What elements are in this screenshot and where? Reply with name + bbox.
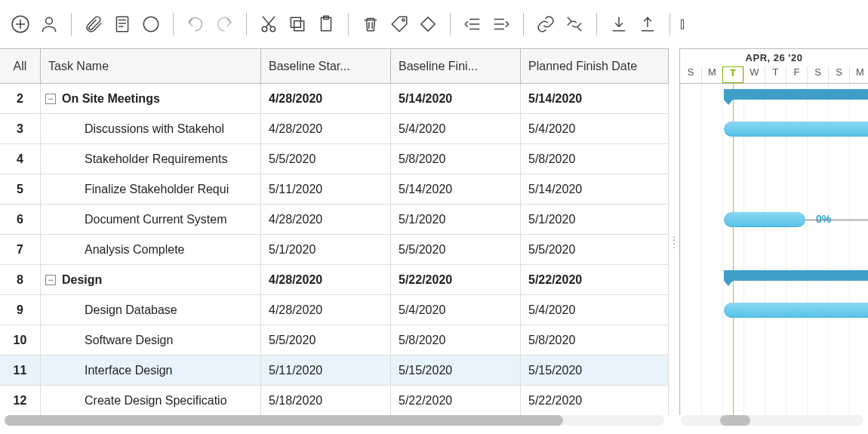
table-row[interactable]: 8−Design4/28/20205/22/20205/22/2020	[0, 265, 669, 295]
planned-finish-cell[interactable]: 5/1/2020	[521, 205, 669, 234]
baseline-start-cell[interactable]: 4/28/2020	[261, 295, 391, 325]
baseline-start-cell[interactable]: 4/28/2020	[261, 84, 391, 113]
planned-finish-cell[interactable]: 5/22/2020	[521, 265, 669, 294]
gantt-body[interactable]: 0%	[679, 84, 868, 415]
table-row[interactable]: 11Interface Design5/11/20205/15/20205/15…	[0, 356, 669, 386]
col-header-planned-finish[interactable]: Planned Finish Date	[521, 49, 669, 84]
add-button[interactable]	[6, 10, 35, 38]
col-header-baseline-start[interactable]: Baseline Star...	[261, 49, 391, 84]
comment-button[interactable]	[137, 10, 165, 38]
gantt-h-scroll-thumb[interactable]	[720, 415, 750, 426]
gantt-task-bar[interactable]	[724, 303, 868, 318]
gantt-chart[interactable]: APR, 26 '20 SMTWTFSSM 0%	[679, 48, 868, 415]
task-name-cell[interactable]: −On Site Meetings	[41, 84, 261, 113]
gantt-day-cell: S	[680, 66, 701, 84]
baseline-start-cell[interactable]: 4/28/2020	[261, 205, 391, 234]
baseline-start-cell[interactable]: 5/5/2020	[261, 144, 391, 174]
table-row[interactable]: 7Analysis Complete5/1/20205/5/20205/5/20…	[0, 235, 669, 265]
row-index: 4	[0, 144, 41, 174]
task-name-cell[interactable]: Design Database	[41, 295, 261, 325]
baseline-finish-cell[interactable]: 5/15/2020	[391, 356, 521, 385]
table-row[interactable]: 3Discussions with Stakehol4/28/20205/4/2…	[0, 114, 669, 144]
gantt-task-bar[interactable]	[724, 122, 868, 137]
delete-button[interactable]	[356, 10, 385, 38]
task-name-text: Analysis Complete	[85, 243, 185, 257]
baseline-finish-cell[interactable]: 5/22/2020	[391, 386, 521, 415]
attach-button[interactable]	[79, 10, 108, 38]
unlink-button[interactable]	[560, 10, 589, 38]
task-name-cell[interactable]: Finalize Stakeholder Requi	[41, 174, 261, 204]
baseline-finish-cell[interactable]: 5/4/2020	[391, 114, 521, 143]
baseline-start-cell[interactable]: 5/11/2020	[261, 174, 391, 204]
task-name-cell[interactable]: Software Design	[41, 325, 261, 355]
gantt-task-bar[interactable]	[724, 212, 805, 227]
table-row[interactable]: 2−On Site Meetings4/28/20205/14/20205/14…	[0, 84, 669, 114]
baseline-finish-cell[interactable]: 5/22/2020	[391, 265, 521, 294]
export-button[interactable]	[633, 10, 662, 38]
baseline-finish-cell[interactable]: 5/1/2020	[391, 205, 521, 234]
milestone-button[interactable]	[414, 10, 442, 38]
table-row[interactable]: 12Create Design Specificatio5/18/20205/2…	[0, 386, 669, 415]
col-header-baseline-finish[interactable]: Baseline Fini...	[391, 49, 521, 84]
baseline-start-cell[interactable]: 5/5/2020	[261, 325, 391, 355]
table-row[interactable]: 10Software Design5/5/20205/8/20205/8/202…	[0, 325, 669, 356]
baseline-start-cell[interactable]: 5/11/2020	[261, 356, 391, 385]
link-button[interactable]	[531, 10, 560, 38]
planned-finish-cell[interactable]: 5/4/2020	[521, 295, 669, 325]
task-name-text: Software Design	[85, 334, 173, 347]
copy-button[interactable]	[283, 10, 312, 38]
task-name-cell[interactable]: Document Current System	[41, 205, 261, 234]
baseline-finish-cell[interactable]: 5/8/2020	[391, 325, 521, 355]
gantt-h-scrollbar[interactable]	[681, 415, 863, 426]
user-button[interactable]	[35, 10, 63, 38]
planned-finish-cell[interactable]: 5/14/2020	[521, 84, 669, 113]
table-row[interactable]: 5Finalize Stakeholder Requi5/11/20205/14…	[0, 174, 669, 205]
collapse-toggle[interactable]: −	[45, 275, 56, 285]
planned-finish-cell[interactable]: 5/15/2020	[521, 356, 669, 385]
planned-finish-cell[interactable]: 5/22/2020	[521, 386, 669, 415]
baseline-start-cell[interactable]: 4/28/2020	[261, 114, 391, 143]
baseline-finish-cell[interactable]: 5/8/2020	[391, 144, 521, 174]
task-name-cell[interactable]: Interface Design	[41, 356, 261, 385]
paste-button[interactable]	[312, 10, 340, 38]
tag-button[interactable]	[385, 10, 414, 38]
task-name-cell[interactable]: −Design	[41, 265, 261, 294]
task-name-cell[interactable]: Analysis Complete	[41, 235, 261, 264]
pane-splitter[interactable]: ⋮⋮	[669, 48, 679, 415]
gantt-summary-bar[interactable]	[724, 89, 868, 100]
baseline-finish-cell[interactable]: 5/14/2020	[391, 84, 521, 113]
grid-body[interactable]: 2−On Site Meetings4/28/20205/14/20205/14…	[0, 84, 669, 415]
grid-h-scrollbar[interactable]	[5, 415, 664, 426]
task-name-cell[interactable]: Stakeholder Requirements	[41, 144, 261, 174]
import-button[interactable]	[605, 10, 633, 38]
planned-finish-cell[interactable]: 5/4/2020	[521, 114, 669, 143]
baseline-start-cell[interactable]: 5/18/2020	[261, 386, 391, 415]
col-header-task-name[interactable]: Task Name	[41, 49, 261, 84]
row-index: 8	[0, 265, 41, 294]
collapse-toggle[interactable]: −	[45, 94, 56, 104]
baseline-start-cell[interactable]: 5/1/2020	[261, 235, 391, 264]
baseline-finish-cell[interactable]: 5/14/2020	[391, 174, 521, 204]
undo-button[interactable]	[181, 10, 210, 38]
table-row[interactable]: 4Stakeholder Requirements5/5/20205/8/202…	[0, 144, 669, 174]
cut-button[interactable]	[254, 10, 283, 38]
table-row[interactable]: 6Document Current System4/28/20205/1/202…	[0, 205, 669, 235]
col-header-index[interactable]: All	[0, 49, 41, 84]
task-name-cell[interactable]: Discussions with Stakehol	[41, 114, 261, 143]
planned-finish-cell[interactable]: 5/8/2020	[521, 325, 669, 355]
table-row[interactable]: 9Design Database4/28/20205/4/20205/4/202…	[0, 295, 669, 325]
planned-finish-cell[interactable]: 5/8/2020	[521, 144, 669, 174]
redo-button[interactable]	[210, 10, 239, 38]
baseline-start-cell[interactable]: 4/28/2020	[261, 265, 391, 294]
more-button[interactable]	[678, 10, 691, 38]
gantt-summary-bar[interactable]	[724, 270, 868, 281]
note-button[interactable]	[108, 10, 137, 38]
indent-button[interactable]	[487, 10, 516, 38]
baseline-finish-cell[interactable]: 5/5/2020	[391, 235, 521, 264]
grid-h-scroll-thumb[interactable]	[5, 415, 563, 426]
baseline-finish-cell[interactable]: 5/4/2020	[391, 295, 521, 325]
planned-finish-cell[interactable]: 5/14/2020	[521, 174, 669, 204]
outdent-button[interactable]	[458, 10, 487, 38]
planned-finish-cell[interactable]: 5/5/2020	[521, 235, 669, 264]
task-name-cell[interactable]: Create Design Specificatio	[41, 386, 261, 415]
